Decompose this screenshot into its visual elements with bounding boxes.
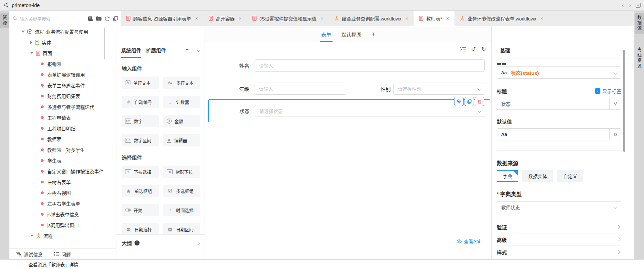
show-label-checkbox[interactable]: ✓ 显示标签 xyxy=(595,88,621,94)
palette-component[interactable]: A 单行文本 xyxy=(122,77,159,89)
file-tab[interactable]: 顾客信息-资源容器引用表单 × xyxy=(121,11,203,26)
palette-component[interactable]: # 自动编号 xyxy=(122,96,159,108)
close-tab-icon[interactable]: × xyxy=(406,15,409,21)
age-input[interactable]: 请输入 xyxy=(255,83,346,95)
palette-component[interactable]: ¥ 金额 xyxy=(163,115,200,127)
palette-component[interactable]: ≣ 树形下拉 xyxy=(163,166,200,178)
file-tab[interactable]: 结合业务查询配置.workflowx × xyxy=(329,11,414,26)
import-resource-icon[interactable] xyxy=(87,15,94,22)
variable-toggle-button[interactable]: V xyxy=(609,98,621,109)
tree-node-page-item[interactable]: 工程申请表 xyxy=(9,112,116,123)
field-ref-select[interactable]: Aa 状态(status) xyxy=(497,66,621,79)
tree-node-page-item[interactable]: js调用弹出窗口 xyxy=(9,220,116,230)
expand-arrow-icon[interactable] xyxy=(21,31,25,33)
inspector-section-row[interactable]: 样式 xyxy=(497,245,621,258)
file-tab[interactable]: 高开容器 × xyxy=(203,11,247,26)
debug-info-tab[interactable]: 调试信息 xyxy=(16,251,43,258)
view-tab-default-view[interactable]: 默认视图 xyxy=(341,26,361,42)
close-tab-icon[interactable]: × xyxy=(446,15,449,21)
close-tab-icon[interactable]: × xyxy=(540,15,543,21)
new-folder-icon[interactable] xyxy=(96,15,102,22)
search-input[interactable]: 输入关键字搜索 xyxy=(13,13,85,24)
dict-toggle-button[interactable]: D xyxy=(609,129,621,140)
tree-node-entity[interactable]: 实体 xyxy=(9,37,116,48)
outline-bar[interactable]: 大纲 ! xyxy=(116,234,205,251)
palette-component[interactable]: 1~3 数字区间 xyxy=(122,134,159,146)
inspector-section-row[interactable]: 验证 xyxy=(497,221,621,233)
expand-arrow-icon[interactable] xyxy=(30,52,34,54)
file-tab[interactable]: 教师表* × xyxy=(414,11,454,26)
tree-node-page-item[interactable]: 表单扩展逻辑调用 xyxy=(9,69,116,80)
undo-icon[interactable]: ↺ xyxy=(471,46,476,52)
view-tab-form[interactable]: 表单 xyxy=(321,26,331,42)
outline-tree-icon[interactable] xyxy=(460,47,466,52)
name-input[interactable]: 请输入 xyxy=(255,59,485,72)
tree-node-page-item[interactable]: 财务费用归集表 xyxy=(9,91,116,101)
checkbox-checked-icon[interactable]: ✓ xyxy=(595,88,600,94)
close-tab-icon[interactable]: × xyxy=(321,15,324,21)
inspector-scrollbar[interactable] xyxy=(623,50,625,152)
title-input[interactable]: 状态 V xyxy=(497,98,621,110)
datasource-option[interactable]: 字典 xyxy=(497,170,518,182)
add-view-button[interactable]: + xyxy=(371,31,375,38)
rail-tab-resources[interactable]: 资源 xyxy=(0,13,9,28)
palette-component[interactable]: A 编辑器 xyxy=(163,134,200,146)
collapse-all-icon[interactable] xyxy=(112,15,119,22)
tree-node-page-item[interactable]: 左树右学生表单 xyxy=(9,198,116,209)
refresh-icon[interactable] xyxy=(104,15,110,22)
datasource-option[interactable]: 自定义 xyxy=(557,170,583,182)
file-tab[interactable]: JS设置控件提交值和显示值 × xyxy=(247,11,329,26)
expand-arrow-icon[interactable] xyxy=(30,235,34,237)
field-copy-button[interactable] xyxy=(465,97,474,106)
palette-component[interactable]: ∨ 下拉选择 xyxy=(122,166,159,178)
palette-collapse-icon[interactable] xyxy=(197,48,200,52)
close-tab-icon[interactable]: × xyxy=(238,15,241,21)
close-tab-icon[interactable]: × xyxy=(195,15,198,21)
problems-tab[interactable]: 问题 xyxy=(54,251,71,258)
palette-tab-system[interactable]: 系统组件 xyxy=(121,42,141,58)
redo-icon[interactable]: ↻ xyxy=(481,46,486,52)
nav-forward-icon[interactable]: › xyxy=(629,2,631,8)
palette-component[interactable]: ◔ 时间选择 xyxy=(163,204,200,216)
field-delete-button[interactable] xyxy=(475,97,484,106)
collapse-arrow-icon[interactable] xyxy=(30,41,32,44)
tree-node-page-item[interactable]: 报销表 xyxy=(9,58,116,69)
tree-node-root[interactable]: 流程-业务流程配置与使用 xyxy=(9,26,116,37)
tree-node-page-item[interactable]: 工程项目明细 xyxy=(9,123,116,134)
tree-node-process[interactable]: 流程 xyxy=(9,230,116,241)
palette-component[interactable]: ☑ 多选框组 xyxy=(163,185,200,197)
dict-type-select[interactable]: 教师状态 xyxy=(497,201,621,213)
selected-field-status[interactable]: 状态 请选择状态 xyxy=(208,99,490,122)
palette-component[interactable]: 123 数字 xyxy=(122,115,159,127)
chevron-right-icon[interactable] xyxy=(196,241,200,245)
palette-tab-extension[interactable]: 扩展组件 xyxy=(146,42,166,58)
palette-component[interactable]: ± 计数器 xyxy=(163,96,200,108)
tree-node-page-item[interactable]: 左树右视图 xyxy=(9,187,116,198)
tree-node-page-item[interactable]: 表单生命周起事件 xyxy=(9,80,116,91)
tree-node-page-item[interactable]: js弹出表单信息 xyxy=(9,209,116,220)
palette-component[interactable]: 开关 xyxy=(122,204,159,216)
gender-select[interactable]: 请选择性别 xyxy=(393,83,485,95)
palette-component[interactable]: ◉ 单选框组 xyxy=(122,185,159,197)
rail-tab-datasource[interactable]: 数据源 xyxy=(635,13,644,34)
inspector-section-row[interactable]: 高级 xyxy=(497,233,621,245)
tree-node-page-item[interactable]: 左树右表单 xyxy=(9,177,116,187)
tree-node-page-item[interactable]: 学生表 xyxy=(9,155,116,166)
tree-node-page-item[interactable]: 多选参与者子流程迭代 xyxy=(9,101,116,112)
tree-node-page-item[interactable]: 自定义窗口操作按钮及事件 xyxy=(9,166,116,177)
status-select[interactable]: 请选择状态 xyxy=(255,105,485,117)
palette-layout-icon[interactable]: ≡ xyxy=(186,48,189,53)
nav-back-icon[interactable]: ‹ xyxy=(622,2,624,8)
view-api-link[interactable]: 查看Api xyxy=(457,238,480,244)
inspector-header[interactable]: 基础 xyxy=(492,42,634,58)
palette-component[interactable]: ▦ 日期选择 xyxy=(122,223,159,235)
save-layout-icon[interactable] xyxy=(636,3,641,8)
file-tab[interactable]: 业务环节修改流程表单.workflowx × xyxy=(454,11,549,26)
tree-scrollbar[interactable] xyxy=(104,28,105,59)
palette-component[interactable]: A≡ 多行文本 xyxy=(163,77,200,89)
datasource-option[interactable]: 数据实体 xyxy=(522,170,553,182)
palette-component[interactable]: ▦ 日期区间 xyxy=(163,223,200,235)
field-settings-button[interactable] xyxy=(454,97,464,106)
default-value-input[interactable]: Aa D xyxy=(497,128,621,140)
rail-tab-offline-resources[interactable]: 离线资源 xyxy=(635,45,644,71)
